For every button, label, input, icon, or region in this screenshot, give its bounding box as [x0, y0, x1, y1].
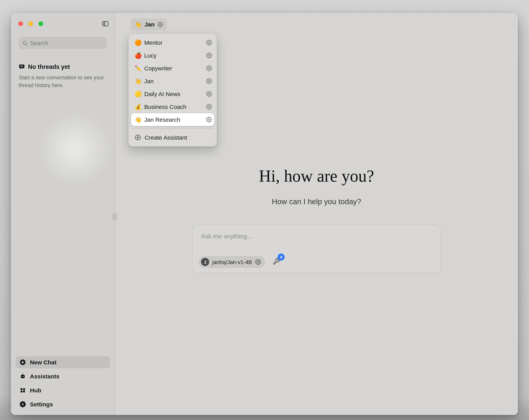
- threads-icon: [19, 64, 25, 70]
- assistant-item-gear-icon[interactable]: [206, 40, 212, 45]
- sidebar-bottom-nav: New Chat Assistants Hub Settings: [15, 356, 110, 410]
- assistant-item-gear-icon[interactable]: [206, 65, 212, 71]
- assistant-item-emoji: 👋: [134, 116, 144, 123]
- assistants-label: Assistants: [30, 373, 59, 379]
- zoom-window-button[interactable]: [39, 21, 43, 26]
- assistant-item-emoji: 🟠: [134, 39, 144, 46]
- drag-dots-icon: [114, 215, 114, 216]
- assistant-item-gear-icon[interactable]: [206, 53, 212, 58]
- model-avatar: J: [201, 258, 209, 266]
- create-assistant-plus-icon: [134, 134, 141, 141]
- composer-placeholder: Ask me anything...: [201, 233, 252, 240]
- create-assistant-label: Create Assistant: [145, 134, 187, 141]
- assistant-item-label: Jan Research: [144, 116, 180, 123]
- main-area: 👋 Jan 🟠 Mentor 🍎 Lucy ✏️ Copywr: [115, 13, 518, 415]
- search-input[interactable]: Search: [19, 37, 107, 49]
- composer-controls: J janhq/Jan-v1-4B 4: [199, 256, 280, 268]
- assistant-item-emoji: 🟡: [134, 90, 144, 97]
- sidebar-item-hub[interactable]: Hub: [15, 384, 110, 396]
- greeting: Hi, how are you? How can I help you toda…: [115, 166, 518, 206]
- assistant-menu-item-copywriter[interactable]: ✏️ Copywriter: [131, 62, 214, 75]
- new-chat-label: New Chat: [30, 359, 57, 366]
- assistant-item-emoji: 🍎: [134, 52, 144, 59]
- empty-threads-state: No threads yet Start a new conversation …: [19, 63, 106, 90]
- close-window-button[interactable]: [18, 21, 23, 26]
- assistant-menu: 🟠 Mentor 🍎 Lucy ✏️ Copywriter 👋 Jan: [128, 33, 217, 147]
- greeting-title: Hi, how are you?: [115, 166, 518, 186]
- new-chat-plus-icon: [19, 359, 26, 366]
- sidebar-toggle-icon: [101, 20, 110, 27]
- greeting-subtitle: How can I help you today?: [115, 197, 518, 206]
- assistant-item-gear-icon[interactable]: [206, 104, 212, 110]
- assistant-name: Jan: [145, 21, 155, 27]
- settings-icon: [19, 401, 26, 407]
- assistant-item-label: Mentor: [144, 39, 162, 46]
- assistant-item-label: Copywriter: [144, 65, 172, 72]
- model-selector-button[interactable]: J janhq/Jan-v1-4B: [199, 256, 265, 268]
- minimize-window-button[interactable]: [28, 21, 33, 26]
- model-name: janhq/Jan-v1-4B: [212, 259, 252, 265]
- app-window: Search No threads yet Start a new conver…: [11, 13, 518, 415]
- assistant-menu-item-mentor[interactable]: 🟠 Mentor: [131, 36, 214, 49]
- window-controls: [18, 21, 43, 26]
- sidebar-resize-handle[interactable]: [112, 213, 117, 220]
- tools-count-badge: 4: [278, 254, 285, 260]
- assistant-item-label: Daily AI News: [144, 91, 180, 97]
- assistant-item-gear-icon[interactable]: [206, 117, 212, 122]
- assistants-icon: [19, 373, 26, 379]
- hub-label: Hub: [30, 387, 41, 393]
- hub-icon: [19, 387, 26, 393]
- assistant-item-label: Business Coach: [144, 103, 186, 110]
- assistant-settings-icon: [157, 22, 163, 27]
- empty-threads-subtitle: Start a new conversation to see your thr…: [19, 74, 106, 90]
- sidebar-item-settings[interactable]: Settings: [15, 398, 110, 410]
- assistant-item-emoji: ✏️: [134, 65, 144, 72]
- assistant-menu-item-daily-ai-news[interactable]: 🟡 Daily AI News: [131, 87, 214, 100]
- desktop-backdrop: Search No threads yet Start a new conver…: [0, 0, 529, 420]
- search-icon: [22, 40, 28, 46]
- assistant-item-emoji: 💰: [134, 103, 144, 110]
- create-assistant-button[interactable]: Create Assistant: [131, 131, 214, 144]
- assistant-item-label: Lucy: [144, 52, 157, 59]
- assistant-menu-item-business-coach[interactable]: 💰 Business Coach: [131, 100, 214, 113]
- sidebar: Search No threads yet Start a new conver…: [11, 13, 115, 415]
- assistant-selector-button[interactable]: 👋 Jan: [131, 18, 167, 30]
- assistant-item-gear-icon[interactable]: [206, 91, 212, 97]
- settings-label: Settings: [30, 401, 53, 407]
- search-placeholder: Search: [30, 40, 48, 46]
- sidebar-item-new-chat[interactable]: New Chat: [15, 356, 110, 368]
- menu-divider: [132, 128, 213, 129]
- tools-button[interactable]: 4: [273, 257, 280, 266]
- sidebar-toggle-button[interactable]: [101, 20, 110, 27]
- assistant-menu-item-jan[interactable]: 👋 Jan: [131, 75, 214, 87]
- composer[interactable]: Ask me anything... J janhq/Jan-v1-4B 4: [192, 225, 441, 273]
- sidebar-glow-decoration: [38, 112, 112, 186]
- assistant-menu-item-jan-research[interactable]: 👋 Jan Research: [131, 113, 214, 126]
- assistant-emoji: 👋: [134, 21, 142, 28]
- assistant-menu-item-lucy[interactable]: 🍎 Lucy: [131, 49, 214, 62]
- assistant-item-gear-icon[interactable]: [206, 78, 212, 84]
- empty-threads-title: No threads yet: [28, 63, 70, 70]
- sidebar-item-assistants[interactable]: Assistants: [15, 370, 110, 382]
- model-settings-icon[interactable]: [255, 259, 261, 265]
- assistant-item-emoji: 👋: [134, 78, 144, 85]
- assistant-item-label: Jan: [144, 78, 154, 84]
